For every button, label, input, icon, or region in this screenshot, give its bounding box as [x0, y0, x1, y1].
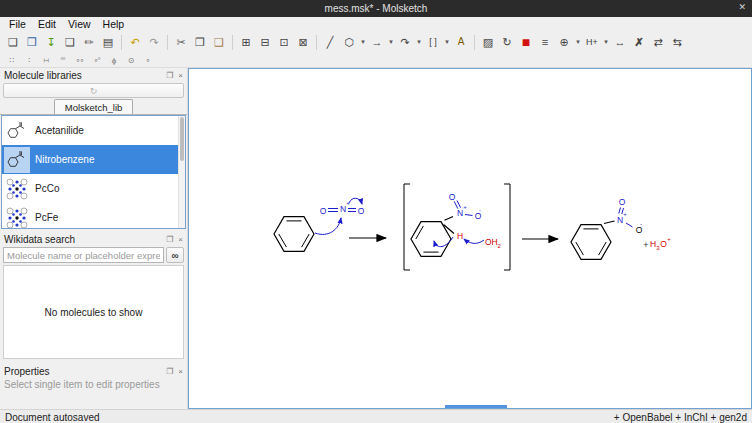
close-panel-icon[interactable]: ×	[178, 235, 183, 244]
radical-tool-3[interactable]: ∘°	[90, 55, 103, 66]
menu-help[interactable]: Help	[97, 18, 131, 30]
menu-edit[interactable]: Edit	[32, 18, 62, 30]
svg-text:+: +	[463, 204, 467, 210]
mechanism-arrow-tool-button[interactable]: ↷	[396, 33, 414, 51]
canvas-hscrollbar-thumb[interactable]	[445, 405, 507, 408]
orbital-tool-3[interactable]: ∘	[141, 55, 154, 66]
library-item-acetanilide[interactable]: Acetanilide	[2, 116, 185, 145]
zoom-in-button[interactable]: ⊞	[237, 33, 255, 51]
reactant-benzene[interactable]	[274, 217, 314, 252]
radical-tool-1[interactable]: °°	[56, 55, 69, 66]
draw-tool-button[interactable]: ╱	[321, 33, 339, 51]
tab-molsketch-lib[interactable]: Molsketch_lib	[54, 99, 134, 114]
print-icon: ▤	[103, 37, 113, 48]
bracket-tool-dropdown[interactable]: ▾	[443, 33, 451, 51]
library-thumbnail	[4, 205, 30, 230]
wikidata-search-button[interactable]: ∞	[166, 247, 184, 263]
library-item-nitrobenzene[interactable]: Nitrobenzene	[2, 145, 185, 174]
menu-bar: File Edit View Help	[0, 17, 752, 30]
paste-button[interactable]: ❑	[210, 33, 228, 51]
library-item-pcco[interactable]: PcCo	[2, 174, 185, 203]
library-list: Acetanilide Nitrobenzene	[1, 115, 186, 229]
orbital-tool-1[interactable]: ϕ	[107, 55, 120, 66]
close-panel-icon[interactable]: ×	[178, 71, 183, 80]
cut-button[interactable]: ✂	[172, 33, 190, 51]
nitronium-ion[interactable]: O N O +	[320, 198, 365, 216]
close-panel-icon[interactable]: ×	[178, 367, 183, 376]
bracket-tool-button[interactable]: [ ]	[424, 33, 442, 51]
svg-text:O: O	[320, 206, 327, 216]
save-document-button[interactable]: ↧	[42, 33, 60, 51]
open-document-button[interactable]: ❒	[23, 33, 41, 51]
properties-panel-title: Properties	[4, 366, 161, 377]
copy-button[interactable]: ❐	[191, 33, 209, 51]
line-width-button[interactable]: ≡	[536, 33, 554, 51]
hydrogen-tool-dropdown[interactable]: ▾	[602, 33, 610, 51]
float-panel-icon[interactable]: ❐	[166, 235, 173, 244]
reaction-arrow-tool-button[interactable]: →	[368, 33, 386, 51]
drawing-canvas[interactable]: O N O +	[188, 68, 752, 409]
intermediate-brackets[interactable]	[404, 184, 510, 270]
mechanism-tool-1-button[interactable]: ⇄	[649, 33, 667, 51]
orbital-tool-2[interactable]: ⊙	[124, 55, 137, 66]
reload-library-button[interactable]: ↻	[3, 83, 184, 98]
delete-tool-button[interactable]: ✗	[630, 33, 648, 51]
zoom-fit-button[interactable]: ⊠	[294, 33, 312, 51]
ring-tool-dropdown[interactable]: ▾	[359, 33, 367, 51]
text-tool-button[interactable]: A	[452, 33, 470, 51]
hydronium-ion[interactable]: H 3 O +	[650, 236, 671, 251]
svg-text:N: N	[340, 204, 346, 214]
svg-text:-: -	[640, 221, 642, 227]
properties-hint: Select single item to edit properties	[0, 378, 187, 391]
hydrogen-tool-button[interactable]: H+	[583, 33, 601, 51]
flip-tool-button[interactable]: ↔	[611, 33, 629, 51]
library-item-pcfe[interactable]: PcFe	[2, 203, 185, 229]
mechanism-tool-2-button[interactable]: ⇆	[668, 33, 686, 51]
water-molecule[interactable]: OH 2	[464, 237, 502, 249]
float-panel-icon[interactable]: ❐	[166, 71, 173, 80]
redo-button[interactable]: ↷	[145, 33, 163, 51]
ring-tool-button[interactable]: ⬡	[340, 33, 358, 51]
svg-text:+: +	[623, 211, 627, 217]
lone-pair-tool-1[interactable]: ∷	[5, 55, 18, 66]
radical-tool-2[interactable]: ∘∘	[73, 55, 86, 66]
product-nitrobenzene[interactable]: N + O O -	[571, 197, 643, 259]
open-document-icon: ❒	[27, 37, 37, 48]
wikidata-search-input[interactable]	[3, 247, 164, 263]
export-document-button[interactable]: ❏	[61, 33, 79, 51]
rotate-tool-button[interactable]: ↻	[498, 33, 516, 51]
edit-source-button[interactable]: ✏	[80, 33, 98, 51]
menu-file[interactable]: File	[3, 18, 32, 30]
curved-arrow-bond-shift[interactable]	[349, 198, 362, 204]
zoom-original-button[interactable]: ⊡	[275, 33, 293, 51]
menu-view[interactable]: View	[62, 18, 97, 30]
molecule-libraries-panel: Molecule libraries ❐ × ↻ Molsketch_lib	[0, 68, 187, 229]
title-bar[interactable]: mess.msk* - Molsketch ✕	[0, 0, 752, 17]
toolbar-separator	[474, 35, 475, 50]
status-bar: Document autosaved + OpenBabel + InChI +…	[0, 409, 752, 423]
new-document-button[interactable]: ❏	[4, 33, 22, 51]
charge-tool-button[interactable]: ⊕	[555, 33, 573, 51]
float-panel-icon[interactable]: ❐	[166, 367, 173, 376]
mechanism-arrow-dropdown[interactable]: ▾	[415, 33, 423, 51]
lone-pair-tool-2[interactable]: ∶	[22, 55, 35, 66]
toolbar-separator	[232, 35, 233, 50]
curved-arrow-water[interactable]	[464, 239, 484, 243]
hatch-tool-button[interactable]: ▨	[479, 33, 497, 51]
reaction-arrow-dropdown[interactable]: ▾	[387, 33, 395, 51]
undo-button[interactable]: ↶	[126, 33, 144, 51]
library-scrollbar[interactable]	[178, 116, 185, 228]
svg-text:-: -	[479, 207, 481, 213]
window-close-icon[interactable]: ✕	[738, 2, 746, 12]
undo-icon: ↶	[130, 37, 139, 48]
charge-tool-dropdown[interactable]: ▾	[574, 33, 582, 51]
print-document-button[interactable]: ▤	[99, 33, 117, 51]
properties-panel: Properties ❐ × Select single item to edi…	[0, 364, 187, 409]
color-swatch-button[interactable]: ■	[517, 33, 535, 51]
scrollbar-thumb[interactable]	[180, 117, 184, 161]
rotate-tool-icon: ↻	[502, 37, 511, 48]
lone-pair-tool-3[interactable]: ∺	[39, 55, 52, 66]
curved-arrow-attack[interactable]	[315, 218, 341, 234]
zoom-out-button[interactable]: ⊟	[256, 33, 274, 51]
arenium-intermediate[interactable]: N + O O - H	[411, 192, 482, 256]
